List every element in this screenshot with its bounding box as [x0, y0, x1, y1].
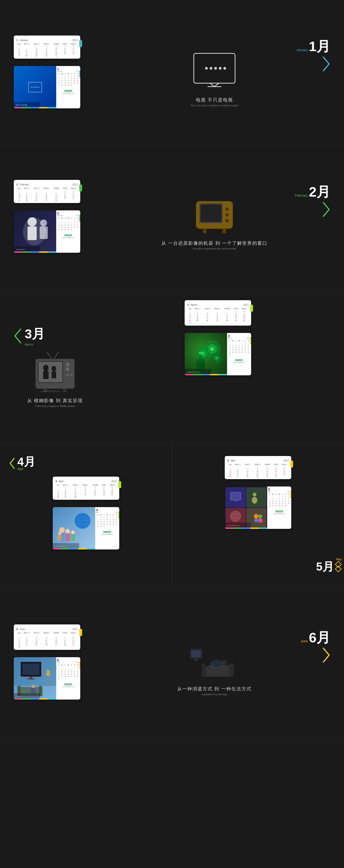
jan-cal-grid: Sun Mon(一) Tues(二) Wed(三) Thur(四) Fri(五)…: [17, 43, 78, 57]
apr-preview-img: 关注家庭 连接每一个人: [53, 507, 95, 550]
svg-point-32: [43, 365, 49, 371]
table-row: 3456789: [188, 312, 248, 315]
feb-preview-tab: [79, 215, 80, 222]
strip-yellow: [210, 374, 219, 375]
svg-rect-112: [191, 650, 201, 658]
may-preview-img: "互联"影像"互动"平台: [225, 487, 267, 529]
table-row: 20212223242526: [58, 82, 79, 84]
svg-rect-24: [203, 229, 206, 233]
table-row: 2728293031: [17, 55, 78, 57]
jun-slogan-zh: 从一种消遣方式 到 一种生活方式: [177, 686, 251, 692]
feb-slogan-small: 了解世界的窗口: [16, 249, 25, 251]
may-preview-card: "互联"影像"互动"平台 5 May 2013: [225, 487, 291, 529]
section-april: 4月 April 4 April 2013 SunMon(一)Tues(二)We…: [0, 444, 172, 586]
svg-point-13: [23, 218, 46, 245]
may-month-zh: 5月: [316, 561, 334, 572]
svg-point-45: [210, 347, 214, 351]
svg-point-1: [205, 67, 208, 70]
table-row: 12: [17, 190, 78, 192]
table-row: 12131415161718: [268, 500, 290, 502]
svg-rect-101: [48, 676, 49, 687]
feb-preview-card: 了解世界的窗口 2 February 2013: [14, 210, 80, 253]
person-sofa-svg: [189, 642, 240, 681]
jan-slogan: 电视 不只是电视 TV is not only a machine to res…: [191, 97, 238, 107]
jan-preview-img: 电视 不只是电视: [14, 66, 56, 108]
table-row: 10111213141516: [17, 194, 78, 196]
mar-slogan-small: 从模糊影像到真实呈现: [187, 371, 200, 373]
jan-tv-illustration: [192, 51, 237, 89]
table-row: 567891011: [268, 498, 290, 500]
feb-brand: 96655: [57, 234, 79, 237]
feb-slogan-zh: 从 一台还原影像的机器 到 一个了解世界的窗口: [162, 240, 268, 246]
mar-tv-illustration: [31, 351, 79, 393]
jan-mini-cal: SMTWTFS 12345 6789101112 13141516171819 …: [57, 72, 79, 87]
tv-old-svg: [192, 196, 237, 236]
svg-point-110: [210, 660, 224, 668]
svg-point-58: [200, 352, 201, 353]
table-row: 10111213141516: [228, 347, 250, 348]
mar-preview-mnum: 3: [228, 334, 232, 338]
may-website: www.sc96655.com: [268, 513, 290, 515]
table-row: 24252627282930: [188, 319, 248, 321]
strip-yellow: [39, 251, 48, 253]
svg-rect-31: [38, 362, 62, 382]
strip-green: [22, 107, 31, 108]
svg-rect-41: [63, 389, 66, 392]
table-row: 16171819202122: [58, 673, 79, 675]
tv-modern-svg: [192, 51, 237, 88]
strip-green: [61, 548, 70, 550]
table-row: 1234: [268, 496, 290, 497]
apr-month-heading: 4月 April: [9, 456, 35, 471]
table-row: 14151617181920: [96, 521, 118, 523]
apr-color-strip: [53, 548, 95, 550]
apr-preview-mnum: 4: [96, 508, 99, 512]
table-row: 19202122232425: [268, 502, 290, 504]
dot4: [36, 87, 37, 88]
mar-right-col: 3 March 2013 SunMon(一)Tues(二)Wed(三)Thur(…: [106, 300, 330, 433]
apr-website: www.sc96655.com: [96, 534, 118, 535]
jun-preview-tab: [79, 662, 80, 669]
jan-inner-dots: [31, 87, 39, 88]
jun-preview-card: 生活方式 6 June 2013: [14, 657, 80, 700]
feb-tab: [79, 184, 82, 191]
svg-point-67: [65, 529, 70, 533]
jan-right-content: January 1月 电视 不只是: [98, 37, 330, 107]
feb-month-num: 2: [17, 183, 18, 186]
svg-rect-77: [230, 492, 241, 500]
table-row: 282930: [96, 525, 118, 527]
svg-point-51: [216, 357, 218, 360]
jan-tab: [79, 40, 82, 47]
feb-slogan-en: It is also a window to find out the worl…: [162, 247, 268, 250]
apr-year: 2013: [111, 480, 116, 483]
feb-preview-img: 了解世界的窗口: [14, 210, 56, 253]
table-row: 282930: [56, 496, 116, 498]
apr-preview-card: 关注家庭 连接每一个人 4 April 2013: [53, 507, 119, 550]
table-row: 12: [188, 310, 248, 312]
jan-preview-mnum: 1: [57, 67, 62, 70]
jan-brand: 96655: [57, 89, 79, 93]
table-row: 3456789: [58, 222, 79, 224]
jan-website: www.sc96655.com: [57, 93, 79, 94]
table-row: 14151617181920: [56, 491, 116, 493]
table-row: 3456789: [228, 344, 250, 346]
strip-pink: [184, 374, 193, 375]
svg-rect-17: [201, 205, 221, 222]
strip-cyan: [219, 374, 227, 375]
section-june: 6 June 2013 SunMon(一)Tues(二)Wed(三)Thur(四…: [0, 587, 344, 738]
jun-website: www.sc96655.com: [57, 686, 79, 687]
svg-rect-70: [71, 534, 75, 541]
svg-point-34: [52, 366, 56, 371]
may-preview-mname: May: [268, 491, 270, 492]
feb-month-zh: 2月: [309, 184, 330, 199]
strip-blue: [31, 698, 39, 700]
svg-rect-93: [22, 663, 40, 675]
strip-pink: [53, 548, 61, 550]
may-month-name: May: [231, 459, 235, 462]
svg-point-71: [58, 532, 61, 535]
mar-brand: 96655: [228, 359, 250, 362]
strip-green: [233, 527, 242, 529]
feb-tv-illustration: [192, 196, 237, 237]
mar-left-col: 3月 March: [14, 300, 96, 433]
svg-rect-33: [43, 371, 49, 379]
table-row: 9101112131415: [17, 639, 78, 641]
